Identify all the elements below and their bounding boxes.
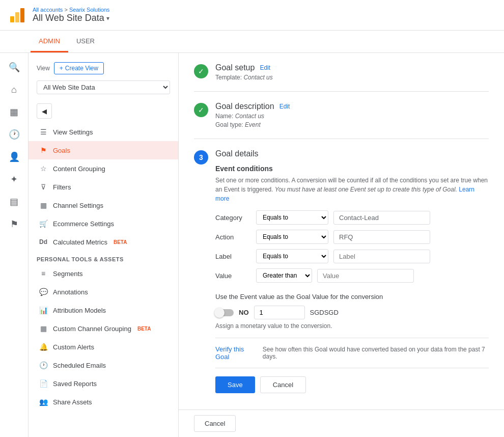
- annotations-icon: 💬: [39, 287, 48, 296]
- personal-tools-label: PERSONAL TOOLS & ASSETS: [29, 251, 178, 264]
- nav-item-view-settings[interactable]: ☰ View Settings: [29, 123, 178, 141]
- view-settings-icon: ☰: [39, 127, 48, 136]
- step2-type-row: Goal type: Event: [215, 121, 489, 128]
- step2-done-icon: ✓: [194, 103, 208, 117]
- category-operator-select[interactable]: Equals to Contains Begins with Regular e…: [256, 210, 328, 225]
- nav-item-label-annotations: Annotations: [53, 288, 88, 296]
- value-value-input[interactable]: [317, 269, 414, 283]
- condition-row-label: Label Equals to Contains Begins with Reg…: [215, 249, 489, 263]
- nav-item-label-segments: Segments: [53, 270, 83, 278]
- goal-step-3: 3 Goal details Event conditions Set one …: [194, 149, 489, 401]
- step1-detail: Template: Contact us: [215, 74, 489, 81]
- nav-item-channel-settings[interactable]: ▦ Channel Settings: [29, 196, 178, 214]
- category-value-input[interactable]: [333, 211, 430, 225]
- content-grouping-icon: ☆: [39, 164, 48, 173]
- sidebar-icon-search[interactable]: 🔍: [4, 57, 24, 77]
- step3-number-icon: 3: [194, 150, 208, 165]
- nav-item-annotations[interactable]: 💬 Annotations: [29, 283, 178, 301]
- action-value-input[interactable]: [333, 230, 430, 244]
- step2-name-label: Name:: [215, 113, 233, 120]
- nav-item-goals[interactable]: ⚑ Goals: [29, 141, 178, 159]
- site-title[interactable]: All Web Site Data ▾: [33, 13, 109, 23]
- goals-icon: ⚑: [39, 146, 48, 155]
- svg-rect-0: [10, 16, 14, 22]
- nav-item-calculated-metrics[interactable]: Dd Calculated Metrics BETA: [29, 233, 178, 251]
- site-title-text: All Web Site Data: [33, 13, 104, 23]
- step1-content: Goal setup Edit Template: Contact us: [215, 63, 489, 81]
- verify-row: Verify this Goal See how often this Goal…: [215, 338, 489, 368]
- label-value-input[interactable]: [333, 250, 430, 263]
- step3-title: Goal details: [215, 149, 489, 158]
- attribution-models-icon: 📊: [39, 306, 48, 315]
- breadcrumb-current[interactable]: Searix Solutions: [69, 7, 110, 13]
- step2-title-row: Goal description Edit: [215, 102, 489, 111]
- step1-title-row: Goal setup Edit: [215, 63, 489, 72]
- nav-item-share-assets[interactable]: 👥 Share Assets: [29, 393, 178, 411]
- create-view-button[interactable]: + Create View: [54, 62, 104, 74]
- nav-item-label-goals: Goals: [53, 147, 70, 154]
- nav-item-segments[interactable]: ≡ Segments: [29, 264, 178, 283]
- sidebar-icon-table[interactable]: ▤: [4, 192, 24, 212]
- step2-name-value: Contact us: [235, 113, 264, 120]
- step2-type-label: Goal type:: [215, 121, 243, 128]
- sidebar-icon-discover[interactable]: ✦: [4, 169, 24, 189]
- nav-item-saved-reports[interactable]: 📄 Saved Reports: [29, 374, 178, 393]
- header: All accounts > Searix Solutions All Web …: [0, 0, 504, 31]
- nav-item-label-calculated-metrics: Calculated Metrics: [53, 238, 107, 246]
- nav-item-content-grouping[interactable]: ☆ Content Grouping: [29, 159, 178, 178]
- nav-item-custom-alerts[interactable]: 🔔 Custom Alerts: [29, 338, 178, 356]
- sidebar-icon-user[interactable]: 👤: [4, 147, 24, 167]
- filters-icon: ⊽: [39, 182, 48, 192]
- value-operator-select[interactable]: Greater than Equals to Less than: [256, 268, 312, 283]
- nav-item-filters[interactable]: ⊽ Filters: [29, 178, 178, 196]
- tab-admin[interactable]: ADMIN: [31, 31, 68, 52]
- save-button[interactable]: Save: [215, 376, 255, 393]
- breadcrumb-all-accounts[interactable]: All accounts: [33, 7, 63, 13]
- step1-title-text: Goal setup: [215, 63, 255, 72]
- tabs-bar: ADMIN USER: [0, 31, 504, 53]
- nav-item-label-scheduled-emails: Scheduled Emails: [53, 362, 106, 369]
- nav-item-label-view-settings: View Settings: [53, 128, 93, 136]
- nav-item-label-attribution-models: Attribution Models: [53, 307, 106, 314]
- currency-label: SGDSGD: [310, 309, 339, 316]
- nav-item-label-content-grouping: Content Grouping: [53, 165, 105, 173]
- action-operator-select[interactable]: Equals to Contains Begins with Regular e…: [256, 230, 328, 244]
- segments-icon: ≡: [39, 269, 48, 278]
- cancel-button[interactable]: Cancel: [260, 376, 306, 393]
- back-button[interactable]: ◀: [37, 103, 52, 119]
- site-dropdown-arrow[interactable]: ▾: [106, 15, 109, 22]
- action-label: Action: [215, 233, 251, 241]
- sidebar-icon-home[interactable]: ⌂: [4, 79, 24, 100]
- custom-channel-grouping-icon: ▦: [39, 324, 48, 333]
- svg-rect-2: [20, 8, 24, 22]
- action-buttons-row: Save Cancel: [215, 368, 489, 401]
- sidebar-icon-clock[interactable]: 🕐: [4, 124, 24, 145]
- step1-edit-link[interactable]: Edit: [260, 64, 270, 71]
- breadcrumb-separator: >: [64, 7, 67, 13]
- share-assets-icon: 👥: [39, 397, 48, 406]
- view-selector[interactable]: All Web Site Data: [37, 80, 170, 94]
- step1-template-value: Contact us: [243, 74, 272, 81]
- step2-edit-link[interactable]: Edit: [279, 103, 290, 110]
- scheduled-emails-icon: 🕐: [39, 361, 48, 370]
- monetary-value-input[interactable]: [254, 306, 305, 319]
- toggle-track[interactable]: [215, 309, 234, 316]
- nav-item-custom-channel-grouping[interactable]: ▦ Custom Channel Grouping BETA: [29, 319, 178, 338]
- event-desc-italic: You must have at least one Event set up …: [275, 186, 457, 193]
- nav-item-attribution-models[interactable]: 📊 Attribution Models: [29, 301, 178, 319]
- toggle-row: NO SGDSGD: [215, 306, 489, 319]
- ecommerce-settings-icon: 🛒: [39, 219, 48, 228]
- label-operator-select[interactable]: Equals to Contains Begins with Regular e…: [256, 249, 328, 263]
- condition-row-category: Category Equals to Contains Begins with …: [215, 210, 489, 225]
- sidebar-icon-reports[interactable]: ▦: [4, 102, 24, 122]
- custom-alerts-icon: 🔔: [39, 342, 48, 351]
- nav-item-label-channel-settings: Channel Settings: [53, 202, 103, 209]
- nav-item-ecommerce-settings[interactable]: 🛒 Ecommerce Settings: [29, 214, 178, 233]
- nav-item-scheduled-emails[interactable]: 🕐 Scheduled Emails: [29, 356, 178, 374]
- label-label: Label: [215, 253, 251, 260]
- tab-user[interactable]: USER: [68, 31, 103, 52]
- event-desc-main: Set one or more conditions. A conversion…: [215, 176, 489, 203]
- verify-goal-link[interactable]: Verify this Goal: [215, 345, 258, 361]
- sidebar-icon-flag[interactable]: ⚑: [4, 214, 24, 234]
- bottom-cancel-button[interactable]: Cancel: [194, 415, 236, 432]
